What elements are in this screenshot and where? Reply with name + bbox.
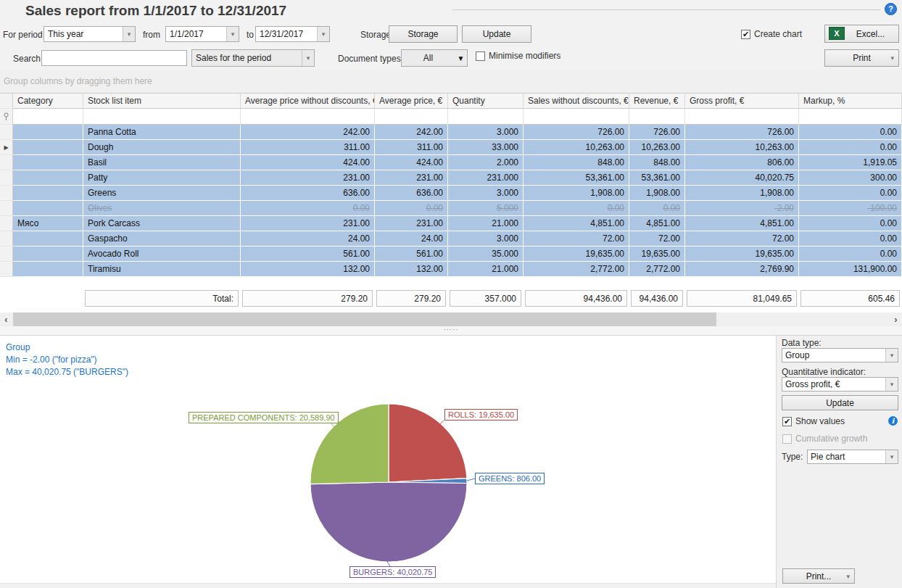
group-by-bar[interactable]: Group columns by dragging them here — [0, 70, 902, 93]
table-row[interactable]: Tiramisu132.00132.0021.0002,772.002,772.… — [0, 262, 902, 277]
excel-icon: X — [829, 27, 845, 40]
quantitative-indicator-label: Quantitative indicator: — [782, 367, 866, 377]
table-row[interactable]: МясоPork Carcass231.00231.0021.0004,851.… — [0, 216, 902, 231]
search-label: Search — [13, 54, 41, 64]
column-header[interactable]: Average price, € — [375, 93, 448, 109]
column-header[interactable]: Revenue, € — [629, 93, 685, 109]
total-cell: 94,436.00 — [525, 290, 627, 307]
data-type-label: Data type: — [782, 338, 822, 348]
column-header[interactable]: Sales without discounts, € — [524, 93, 629, 109]
create-chart-checkbox[interactable]: ✔ Create chart — [741, 29, 802, 39]
chart-type-select[interactable]: Pie chart ▾ — [807, 450, 898, 464]
callout-line-greens — [467, 479, 475, 481]
total-cell: 279.20 — [376, 290, 446, 307]
search-input[interactable] — [41, 50, 187, 66]
total-cell: 605.46 — [800, 290, 900, 307]
filter-row[interactable] — [0, 109, 902, 125]
table-row[interactable]: Gaspacho24.0024.003.00072.0072.0072.000.… — [0, 231, 902, 247]
checkbox-icon — [476, 51, 485, 61]
table-row[interactable]: Panna Cotta242.00242.003.000726.00726.00… — [0, 125, 902, 140]
chevron-down-icon: ▾ — [317, 27, 329, 41]
page-title: Sales report from 1/1/2017 to 12/31/2017 — [25, 3, 286, 19]
column-header[interactable]: Stock list item — [83, 93, 241, 109]
report-type-select[interactable]: Sales for the period ▾ — [191, 49, 315, 67]
document-types-select[interactable]: All ▼ — [401, 49, 468, 67]
table-row[interactable]: Greens636.00636.003.0001,908.001,908.001… — [0, 186, 902, 201]
horizontal-scrollbar[interactable]: ‹ › — [0, 312, 902, 326]
to-label: to — [247, 30, 254, 40]
total-cell: Total: — [85, 290, 239, 307]
show-values-checkbox[interactable]: ✔ Show values — [782, 416, 845, 426]
scroll-left-icon[interactable]: ‹ — [0, 312, 12, 326]
table-header-row: CategoryStock list itemAverage price wit… — [0, 93, 902, 109]
panel-splitter[interactable]: ····· — [0, 326, 902, 335]
table-row[interactable]: Olives0.000.005.0000.000.00-2.00-100.00 — [0, 201, 902, 216]
column-header[interactable]: Average price without discounts, € — [241, 93, 375, 109]
table-row[interactable]: ▶Dough311.00311.0033.00010,263.0010,263.… — [0, 140, 902, 155]
checkbox-icon: ✔ — [741, 30, 750, 39]
column-header[interactable]: Quantity — [448, 93, 524, 109]
total-cell: 279.20 — [242, 290, 373, 307]
pin-filter-icon — [3, 112, 9, 121]
chart-print-button[interactable]: Print... ▾ — [782, 568, 855, 584]
table-row[interactable]: Basil424.00424.002.000848.00848.00806.00… — [0, 155, 902, 170]
chevron-down-icon: ▾ — [226, 27, 239, 41]
chevron-down-icon: ▾ — [123, 27, 135, 41]
chevron-down-icon: ▾ — [885, 450, 898, 463]
group-by-hint: Group columns by dragging them here — [4, 76, 152, 86]
chevron-down-icon: ▾ — [885, 349, 898, 362]
total-cell: 357.000 — [450, 290, 521, 307]
chart-panel-footer — [0, 583, 776, 588]
column-header[interactable]: Markup, % — [799, 93, 902, 109]
chart-type-label: Type: — [782, 452, 803, 462]
info-icon[interactable]: i — [888, 416, 898, 426]
to-date-select[interactable]: 12/31/2017 ▾ — [255, 26, 330, 42]
title-divider — [452, 9, 880, 10]
update-button[interactable]: Update — [462, 25, 531, 43]
pie-label-greens[interactable]: GREENS: 806.00 — [475, 473, 545, 484]
cumulative-growth-checkbox: Cumulative growth — [782, 434, 867, 444]
document-types-label: Document types: — [338, 54, 403, 64]
pie-label-rolls[interactable]: ROLLS: 19,635.00 — [444, 409, 518, 421]
current-row-marker-icon: ▶ — [4, 144, 8, 151]
checkbox-icon — [782, 434, 792, 444]
checkbox-icon: ✔ — [782, 417, 792, 426]
pie-chart — [0, 336, 776, 584]
table-row[interactable]: Avocado Roll561.00561.0035.00019,635.001… — [0, 247, 902, 262]
sales-report-window: Sales report from 1/1/2017 to 12/31/2017… — [0, 0, 902, 588]
quantitative-indicator-select[interactable]: Gross profit, € ▾ — [782, 377, 898, 392]
scrollbar-thumb[interactable] — [13, 312, 716, 326]
scroll-right-icon[interactable]: › — [890, 312, 902, 326]
chart-settings-panel: Data type: Group ▾ Quantitative indicato… — [776, 335, 902, 588]
help-icon[interactable]: ? — [885, 3, 897, 15]
table-row[interactable]: Patty231.00231.00231.00053,361.0053,361.… — [0, 170, 902, 186]
total-cell: 94,436.00 — [631, 290, 683, 307]
storage-button[interactable]: Storage — [389, 25, 458, 43]
excel-button[interactable]: X Excel... — [824, 25, 899, 43]
for-period-label: For period — [3, 30, 43, 40]
chevron-down-icon: ▾ — [885, 378, 898, 391]
total-cell: 81,049.65 — [687, 290, 797, 307]
column-header[interactable]: Category — [13, 93, 83, 109]
chart-update-button[interactable]: Update — [782, 395, 898, 410]
column-header[interactable]: Gross profit, € — [685, 93, 799, 109]
chevron-down-icon: ▾ — [890, 54, 894, 62]
pie-label-prepared-components[interactable]: PREPARED COMPONENTS: 20,589.90 — [189, 412, 339, 423]
sales-table: CategoryStock list itemAverage price wit… — [0, 93, 902, 277]
chart-panel: Group Min = -2.00 ("for pizza") Max = 40… — [0, 335, 776, 588]
period-select[interactable]: This year ▾ — [44, 26, 136, 42]
from-label: from — [143, 30, 160, 40]
totals-row: Total:279.20279.20357.00094,436.0094,436… — [0, 289, 902, 308]
pie-slice-burgers[interactable] — [310, 482, 467, 562]
chevron-down-icon: ▾ — [302, 50, 314, 66]
minimise-modifiers-checkbox[interactable]: Minimise modifiers — [476, 51, 560, 61]
toolbar-area: Sales report from 1/1/2017 to 12/31/2017… — [0, 0, 902, 70]
dropdown-arrow-icon: ▼ — [455, 50, 467, 66]
chevron-down-icon: ▾ — [846, 573, 850, 580]
pie-label-burgers[interactable]: BURGERS: 40,020.75 — [349, 566, 436, 578]
data-type-select[interactable]: Group ▾ — [782, 348, 898, 363]
print-button[interactable]: Print ▾ — [824, 49, 899, 67]
from-date-select[interactable]: 1/1/2017 ▾ — [165, 26, 239, 42]
